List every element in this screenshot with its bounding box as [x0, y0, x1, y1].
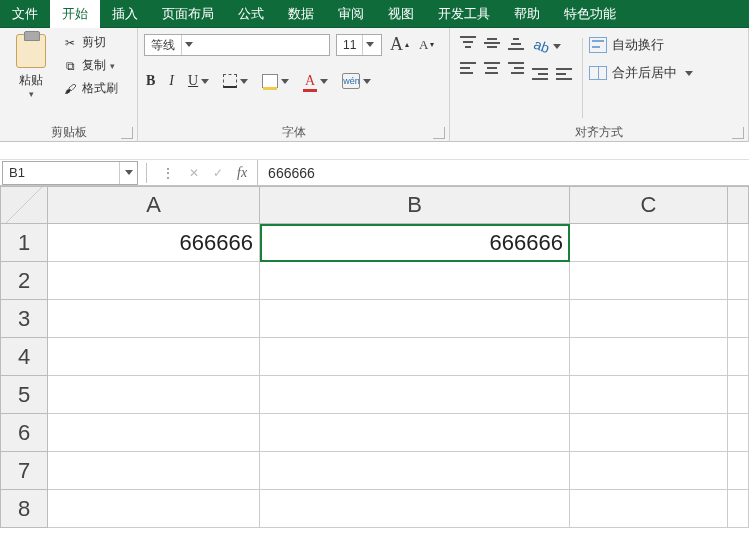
align-center-button[interactable] [484, 62, 500, 76]
font-color-button[interactable]: A [301, 71, 330, 91]
column-header-extra[interactable] [728, 186, 749, 224]
tab-公式[interactable]: 公式 [226, 0, 276, 28]
group-label-clipboard: 剪贴板 [0, 123, 137, 141]
format-painter-button[interactable]: 🖌 格式刷 [62, 80, 118, 97]
name-box[interactable]: B1 [2, 161, 138, 185]
row-header-3[interactable]: 3 [0, 300, 48, 338]
cell-B3[interactable] [260, 300, 570, 338]
align-middle-button[interactable] [484, 36, 500, 50]
cell-A4[interactable] [48, 338, 260, 376]
chevron-down-icon[interactable] [181, 35, 195, 55]
cell-3[interactable] [728, 300, 749, 338]
spreadsheet-grid[interactable]: ABC16666666666662345678 [0, 186, 749, 528]
phonetic-button[interactable]: wén [340, 71, 373, 91]
decrease-font-button[interactable]: A▾ [417, 35, 436, 55]
column-header-B[interactable]: B [260, 186, 570, 224]
cell-C2[interactable] [570, 262, 728, 300]
decrease-indent-button[interactable] [532, 68, 548, 82]
cell-B5[interactable] [260, 376, 570, 414]
cell-A2[interactable] [48, 262, 260, 300]
tab-开始[interactable]: 开始 [50, 0, 100, 28]
cut-button[interactable]: ✂ 剪切 [62, 34, 118, 51]
cell-A3[interactable] [48, 300, 260, 338]
cell-B1[interactable]: 666666 [260, 224, 570, 262]
align-bottom-button[interactable] [508, 36, 524, 50]
cell-A5[interactable] [48, 376, 260, 414]
cell-7[interactable] [728, 452, 749, 490]
cell-B7[interactable] [260, 452, 570, 490]
align-left-button[interactable] [460, 62, 476, 76]
cell-4[interactable] [728, 338, 749, 376]
tab-开发工具[interactable]: 开发工具 [426, 0, 502, 28]
cell-C3[interactable] [570, 300, 728, 338]
tab-特色功能[interactable]: 特色功能 [552, 0, 628, 28]
formula-input[interactable]: 666666 [257, 160, 749, 185]
cancel-icon[interactable]: ✕ [189, 166, 199, 180]
more-icon[interactable]: ⋮ [161, 165, 175, 181]
select-all-corner[interactable] [0, 186, 48, 224]
cell-C7[interactable] [570, 452, 728, 490]
align-right-button[interactable] [508, 62, 524, 76]
dialog-launcher-icon[interactable] [732, 127, 744, 139]
cell-B8[interactable] [260, 490, 570, 528]
tab-数据[interactable]: 数据 [276, 0, 326, 28]
align-top-button[interactable] [460, 36, 476, 50]
cell-8[interactable] [728, 490, 749, 528]
column-header-A[interactable]: A [48, 186, 260, 224]
paste-button[interactable]: 粘贴 ▾ [6, 32, 56, 119]
row-header-1[interactable]: 1 [0, 224, 48, 262]
dialog-launcher-icon[interactable] [433, 127, 445, 139]
cell-2[interactable] [728, 262, 749, 300]
increase-indent-button[interactable] [556, 68, 572, 82]
wrap-text-button[interactable]: 自动换行 [589, 36, 693, 54]
cell-A8[interactable] [48, 490, 260, 528]
cell-C4[interactable] [570, 338, 728, 376]
tab-视图[interactable]: 视图 [376, 0, 426, 28]
cell-A7[interactable] [48, 452, 260, 490]
row-header-5[interactable]: 5 [0, 376, 48, 414]
orientation-button[interactable]: ab [532, 36, 563, 56]
chevron-down-icon[interactable] [362, 35, 376, 55]
tab-文件[interactable]: 文件 [0, 0, 50, 28]
cell-B6[interactable] [260, 414, 570, 452]
dialog-launcher-icon[interactable] [121, 127, 133, 139]
copy-button[interactable]: ⧉ 复制 ▾ [62, 57, 118, 74]
row-header-2[interactable]: 2 [0, 262, 48, 300]
cell-B4[interactable] [260, 338, 570, 376]
cell-C5[interactable] [570, 376, 728, 414]
font-name-combo[interactable]: 等线 [144, 34, 330, 56]
cell-A1[interactable]: 666666 [48, 224, 260, 262]
italic-button[interactable]: I [167, 71, 176, 91]
cell-5[interactable] [728, 376, 749, 414]
font-name-value: 等线 [145, 35, 181, 55]
cell-C1[interactable] [570, 224, 728, 262]
merge-center-button[interactable]: 合并后居中 [589, 64, 693, 82]
format-painter-label: 格式刷 [82, 80, 118, 97]
cell-C6[interactable] [570, 414, 728, 452]
chevron-down-icon[interactable] [119, 162, 137, 184]
fx-icon[interactable]: fx [237, 165, 247, 181]
tab-插入[interactable]: 插入 [100, 0, 150, 28]
cell-B2[interactable] [260, 262, 570, 300]
row-header-4[interactable]: 4 [0, 338, 48, 376]
tab-页面布局[interactable]: 页面布局 [150, 0, 226, 28]
tab-审阅[interactable]: 审阅 [326, 0, 376, 28]
underline-button[interactable]: U [186, 71, 211, 91]
cell-6[interactable] [728, 414, 749, 452]
font-size-combo[interactable]: 11 [336, 34, 382, 56]
cell-A6[interactable] [48, 414, 260, 452]
tab-帮助[interactable]: 帮助 [502, 0, 552, 28]
column-header-C[interactable]: C [570, 186, 728, 224]
cell-C8[interactable] [570, 490, 728, 528]
row-header-8[interactable]: 8 [0, 490, 48, 528]
bold-button[interactable]: B [144, 71, 157, 91]
borders-button[interactable] [221, 72, 250, 90]
accept-icon[interactable]: ✓ [213, 166, 223, 180]
row-header-7[interactable]: 7 [0, 452, 48, 490]
cut-label: 剪切 [82, 34, 106, 51]
row-header-6[interactable]: 6 [0, 414, 48, 452]
fill-color-button[interactable] [260, 72, 291, 90]
cell-1[interactable] [728, 224, 749, 262]
chevron-down-icon[interactable]: ▾ [29, 89, 34, 99]
increase-font-button[interactable]: A▴ [388, 32, 411, 57]
